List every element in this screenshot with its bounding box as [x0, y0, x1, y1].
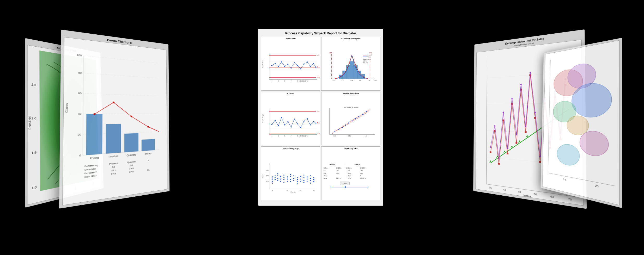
svg-text:56: 56 [534, 192, 537, 196]
cap-plot-title: Capability Plot [321, 147, 380, 150]
cap-hist-title: Capability Histogram [321, 37, 380, 40]
svg-rect-100 [357, 71, 361, 79]
svg-point-193 [290, 179, 291, 180]
svg-point-159 [352, 120, 353, 121]
svg-text:0.01934: 0.01934 [360, 167, 365, 169]
svg-text:UCL=0.0937: UCL=0.0937 [317, 111, 320, 112]
svg-text:0: 0 [79, 154, 81, 157]
svg-point-65 [271, 65, 272, 66]
svg-point-125 [271, 124, 272, 125]
svg-text:0.55: 0.55 [266, 175, 269, 177]
svg-text:Quantity: Quantity [127, 160, 136, 164]
svg-text:PPM: PPM [348, 178, 351, 179]
svg-point-160 [355, 118, 356, 119]
svg-point-28 [94, 113, 96, 115]
capability-histogram: Capability Histogram LSL USL [321, 37, 380, 91]
svg-point-134 [300, 127, 301, 128]
svg-text:USL: USL [369, 52, 373, 54]
svg-text:LCL=0: LCL=0 [317, 133, 320, 134]
svg-text:3: 3 [278, 80, 279, 82]
svg-text:Pp: Pp [348, 170, 350, 171]
svg-text:0.01855: 0.01855 [336, 167, 341, 169]
svg-point-197 [293, 180, 294, 181]
svg-point-192 [290, 176, 291, 177]
svg-text:49: 49 [518, 190, 521, 194]
svg-point-129 [284, 124, 285, 125]
svg-point-190 [287, 181, 288, 182]
svg-text:0.86: 0.86 [360, 170, 363, 171]
svg-text:39.7: 39.7 [92, 171, 97, 174]
svg-point-139 [315, 122, 317, 123]
svg-text:AD: 0.233, P: 0.794: AD: 0.233, P: 0.794 [344, 107, 358, 109]
svg-text:Sample Range: Sample Range [262, 114, 264, 123]
svg-point-203 [300, 179, 301, 180]
svg-point-217 [313, 179, 314, 180]
svg-text:1: 1 [271, 80, 272, 82]
svg-text:80: 80 [78, 71, 82, 74]
svg-text:Quantity: Quantity [126, 153, 136, 157]
svg-point-189 [287, 179, 288, 180]
svg-line-17 [83, 56, 159, 63]
svg-text:0.56: 0.56 [359, 80, 361, 81]
svg-text:0.83: 0.83 [336, 172, 339, 174]
svg-text:9: 9 [297, 135, 298, 136]
svg-text:0.55: 0.55 [348, 135, 351, 136]
svg-point-172 [272, 177, 273, 178]
svg-text:1.0: 1.0 [32, 185, 37, 190]
svg-rect-27 [142, 139, 155, 151]
svg-text:0.80: 0.80 [360, 172, 363, 174]
svg-point-187 [283, 182, 284, 183]
svg-point-138 [313, 121, 314, 122]
last20-title: Last 20 Subgroups [261, 147, 320, 150]
svg-rect-116 [261, 106, 320, 138]
svg-point-201 [297, 183, 298, 184]
svg-text:Cpm: Cpm [348, 175, 351, 177]
svg-point-30 [131, 116, 132, 117]
svg-point-136 [307, 118, 308, 119]
svg-point-78 [313, 63, 314, 64]
svg-text:PhosAcid: PhosAcid [28, 116, 32, 130]
svg-text:LSL  0.5: LSL 0.5 [363, 60, 368, 62]
svg-point-211 [307, 181, 308, 182]
svg-text:Instru: Instru [145, 152, 151, 155]
svg-rect-273 [498, 163, 500, 165]
svg-rect-102 [363, 55, 367, 55]
svg-point-194 [290, 181, 291, 182]
svg-text:2.5: 2.5 [31, 83, 36, 87]
svg-text:34: 34 [112, 165, 115, 168]
svg-text:15: 15 [300, 190, 302, 191]
svg-point-157 [345, 125, 346, 126]
svg-text:Counts: Counts [84, 167, 93, 171]
svg-text:40: 40 [78, 112, 81, 115]
svg-point-206 [303, 177, 305, 178]
svg-text:StDev: StDev [324, 167, 327, 169]
svg-point-180 [277, 180, 278, 181]
svg-point-75 [303, 64, 305, 65]
svg-point-69 [284, 66, 285, 67]
svg-point-132 [294, 119, 295, 120]
svg-point-210 [307, 179, 308, 180]
svg-point-319 [580, 130, 609, 158]
r-chart-title: R Chart [261, 92, 320, 95]
svg-point-188 [287, 177, 288, 178]
svg-point-175 [275, 179, 276, 180]
svg-point-68 [281, 61, 282, 63]
svg-text:10969.28: 10969.28 [360, 178, 366, 179]
svg-line-313 [548, 173, 615, 186]
svg-point-70 [287, 64, 288, 65]
svg-text:Ppk: Ppk [348, 172, 351, 174]
svg-text:Cp: Cp [324, 170, 325, 171]
svg-point-73 [297, 65, 298, 66]
svg-point-176 [275, 176, 276, 177]
svg-text:60: 60 [78, 92, 81, 95]
svg-point-184 [283, 175, 284, 176]
svg-text:5: 5 [284, 80, 285, 82]
svg-text:Within: Within [330, 164, 335, 166]
svg-rect-279 [525, 131, 526, 133]
svg-point-191 [290, 174, 291, 175]
svg-point-182 [280, 179, 281, 180]
svg-point-209 [307, 177, 308, 178]
svg-text:0.50: 0.50 [332, 80, 335, 81]
svg-rect-275 [507, 153, 508, 154]
capability-plot: Capability Plot Within Overall StDev Cp … [321, 146, 380, 200]
